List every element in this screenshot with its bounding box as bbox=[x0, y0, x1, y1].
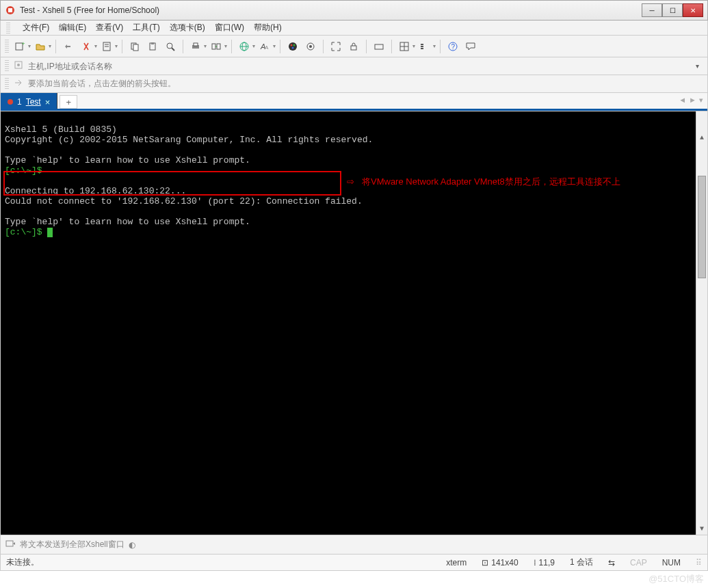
tile-button[interactable] bbox=[396, 38, 412, 55]
cursor-pos-icon: ⁞ bbox=[534, 558, 536, 567]
svg-line-12 bbox=[172, 48, 174, 51]
maximize-button[interactable]: ☐ bbox=[662, 3, 683, 17]
svg-text:?: ? bbox=[451, 43, 456, 51]
fullscreen-button[interactable] bbox=[328, 38, 344, 55]
svg-rect-8 bbox=[133, 44, 138, 51]
svg-rect-29 bbox=[375, 44, 383, 49]
scroll-down-icon[interactable]: ▼ bbox=[696, 523, 707, 535]
new-tab-button[interactable]: + bbox=[60, 95, 77, 109]
resize-grip-icon[interactable]: ⠿ bbox=[696, 558, 702, 567]
titlebar: Test - Xshell 5 (Free for Home/School) ─… bbox=[0, 0, 708, 21]
status-size: 141x40 bbox=[491, 558, 518, 567]
send-icon[interactable] bbox=[5, 538, 16, 551]
help-button[interactable]: ? bbox=[445, 38, 461, 55]
file-transfer-button[interactable] bbox=[208, 38, 224, 55]
minimize-button[interactable]: ─ bbox=[642, 3, 662, 17]
menu-help[interactable]: 帮助(H) bbox=[254, 22, 282, 34]
menu-window[interactable]: 窗口(W) bbox=[215, 22, 244, 34]
term-prompt: [c:\~]$ bbox=[5, 227, 42, 237]
tab-next-icon[interactable]: ► bbox=[689, 96, 696, 105]
status-caps: CAP bbox=[630, 558, 647, 567]
svg-point-24 bbox=[293, 44, 296, 46]
term-line: Could not connect to '192.168.62.130' (p… bbox=[5, 196, 363, 206]
tab-prev-icon[interactable]: ◄ bbox=[679, 96, 686, 105]
svg-rect-15 bbox=[212, 44, 215, 49]
term-line: Copyright (c) 2002-2015 NetSarang Comput… bbox=[5, 135, 373, 145]
status-num: NUM bbox=[662, 558, 681, 567]
menu-view[interactable]: 查看(V) bbox=[96, 22, 123, 34]
svg-rect-16 bbox=[217, 44, 220, 49]
font-button[interactable]: AA bbox=[257, 38, 273, 55]
svg-point-22 bbox=[289, 42, 297, 51]
status-termtype: xterm bbox=[446, 558, 467, 567]
address-dropdown[interactable]: ▾ bbox=[692, 62, 703, 70]
app-icon bbox=[5, 5, 16, 16]
paste-button[interactable] bbox=[144, 38, 161, 55]
tab-test[interactable]: 1 Test × bbox=[1, 93, 57, 111]
term-line: Type `help' to learn how to use Xshell p… bbox=[5, 155, 250, 165]
svg-point-25 bbox=[292, 46, 294, 49]
menu-file[interactable]: 文件(F) bbox=[23, 22, 49, 34]
menu-edit[interactable]: 编辑(E) bbox=[59, 22, 86, 34]
lock-button[interactable] bbox=[345, 38, 362, 55]
svg-point-11 bbox=[167, 43, 172, 49]
tab-menu-icon[interactable]: ▾ bbox=[699, 96, 703, 105]
highlight-button[interactable] bbox=[302, 38, 319, 55]
tab-close-icon[interactable]: × bbox=[45, 97, 51, 107]
menu-tools[interactable]: 工具(T) bbox=[133, 22, 159, 34]
grip-icon bbox=[5, 40, 9, 53]
toolbar: ＋▾ ▾ ▾ ▾ ▾ ▾ ▾ AA▾ ▾ ▾ ? bbox=[0, 36, 708, 57]
open-button[interactable] bbox=[32, 38, 49, 55]
terminal[interactable]: Xshell 5 (Build 0835) Copyright (c) 2002… bbox=[0, 111, 708, 535]
scrollbar[interactable]: ▲ ▼ bbox=[696, 111, 707, 535]
svg-rect-1 bbox=[8, 8, 12, 12]
address-input[interactable] bbox=[28, 62, 687, 71]
cascade-button[interactable] bbox=[417, 38, 433, 55]
status-cursor: 11,9 bbox=[539, 558, 555, 567]
svg-point-23 bbox=[291, 44, 293, 46]
svg-rect-42 bbox=[6, 541, 13, 546]
print-button[interactable] bbox=[187, 38, 204, 55]
color-scheme-button[interactable] bbox=[285, 38, 301, 55]
watermark: @51CTO博客 bbox=[648, 573, 704, 585]
grip-icon bbox=[5, 60, 9, 72]
svg-rect-28 bbox=[351, 46, 356, 50]
properties-button[interactable] bbox=[99, 38, 115, 55]
scroll-up-icon[interactable]: ▲ bbox=[696, 132, 707, 144]
grip-icon bbox=[5, 78, 9, 90]
feedback-button[interactable] bbox=[462, 38, 479, 55]
status-sessions: 1 会话 bbox=[570, 557, 593, 568]
disconnect-button[interactable] bbox=[78, 38, 94, 55]
language-button[interactable] bbox=[236, 38, 252, 55]
tab-number: 1 bbox=[17, 97, 22, 107]
highlight-box bbox=[3, 171, 341, 196]
addressbar: ▾ bbox=[0, 57, 708, 75]
sendbar-text: 将文本发送到全部Xshell窗口 bbox=[20, 539, 124, 550]
tab-name: Test bbox=[26, 97, 41, 107]
scroll-thumb[interactable] bbox=[698, 176, 706, 278]
keyboard-button[interactable] bbox=[371, 38, 387, 55]
svg-point-41 bbox=[17, 64, 20, 66]
hintbar: 要添加当前会话，点击左侧的箭头按钮。 bbox=[0, 75, 708, 93]
statusbar: 未连接。 xterm ⊡141x40 ⁞11,9 1 会话 ⇆ CAP NUM … bbox=[0, 554, 708, 571]
window-title: Test - Xshell 5 (Free for Home/School) bbox=[20, 5, 642, 15]
reconnect-button[interactable] bbox=[60, 38, 77, 55]
svg-text:A: A bbox=[265, 44, 269, 51]
term-line: Xshell 5 (Build 0835) bbox=[5, 124, 117, 135]
sendbar-toggle-icon[interactable]: ◐ bbox=[129, 540, 135, 550]
sendbar: 将文本发送到全部Xshell窗口 ◐ bbox=[0, 535, 708, 554]
status-connection: 未连接。 bbox=[6, 557, 39, 568]
status-dot-icon bbox=[8, 99, 13, 105]
annotation-text: 将VMware Network Adapter VMnet8禁用之后，远程工具连… bbox=[362, 176, 620, 187]
copy-button[interactable] bbox=[127, 38, 143, 55]
svg-rect-10 bbox=[151, 42, 154, 44]
new-session-button[interactable]: ＋ bbox=[12, 38, 28, 55]
grip-icon bbox=[6, 23, 10, 34]
find-button[interactable] bbox=[162, 38, 179, 55]
close-button[interactable]: ✕ bbox=[683, 3, 703, 17]
svg-rect-36 bbox=[421, 46, 423, 47]
arrow-icon bbox=[13, 77, 24, 90]
host-icon bbox=[13, 59, 24, 72]
menu-tabs[interactable]: 选项卡(B) bbox=[170, 22, 205, 34]
svg-text:＋: ＋ bbox=[21, 41, 25, 46]
